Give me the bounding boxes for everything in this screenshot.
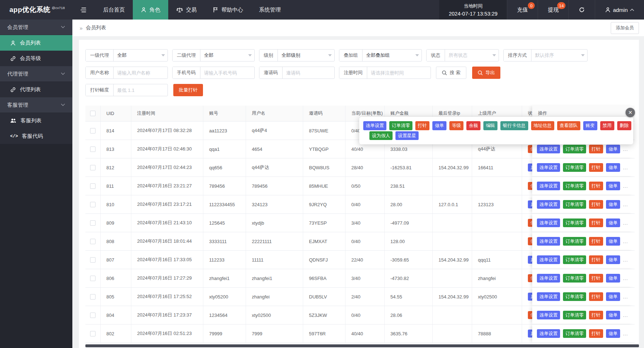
filter-agent-l2-select[interactable]: 二级代理全部 [172,49,255,61]
row-action-订单清零[interactable]: 订单清零 [563,311,586,320]
sidebar-item-member-level[interactable]: 会员等级 [0,51,72,66]
row-action-打针[interactable]: 打针 [589,329,603,338]
row-checkbox[interactable] [90,331,96,336]
search-button[interactable]: 搜 索 [436,67,466,79]
filter-sort-select[interactable]: 排序方式默认排序 [503,49,588,61]
row-checkbox[interactable] [90,183,96,189]
row-more-actions[interactable]: ... [623,257,628,263]
popup-action-地址信息[interactable]: 地址信息 [531,121,554,130]
filter-level-select[interactable]: 级别全部级别 [259,49,335,61]
filter-invite-code-input[interactable] [283,67,334,78]
row-action-订单清零[interactable]: 订单清零 [563,218,586,228]
row-more-actions[interactable]: ... [623,165,628,170]
recharge-button[interactable]: 充值 0 [507,0,538,20]
popup-action-删除[interactable]: 删除 [617,121,631,130]
filter-agent-l1-select[interactable]: 一级代理全部 [85,49,168,61]
row-action-做单[interactable]: 做单 [606,311,620,320]
row-more-actions[interactable]: ... [623,313,628,318]
filter-inject-range-input[interactable] [114,84,168,96]
popup-action-做单[interactable]: 做单 [432,121,446,130]
row-action-订单清零[interactable]: 订单清零 [563,329,586,338]
popup-action-连单设置[interactable]: 连单设置 [363,121,386,130]
sidebar-item-support-code[interactable]: </>客服代码 [0,128,72,144]
row-checkbox[interactable] [90,276,96,281]
row-action-做单[interactable]: 做单 [606,329,620,338]
row-more-actions[interactable]: ... [623,183,628,189]
row-checkbox[interactable] [90,128,96,133]
row-action-订单清零[interactable]: 订单清零 [563,292,586,301]
sidebar-item-agent-list[interactable]: 代理列表 [0,82,72,97]
row-action-连单设置[interactable]: 连单设置 [537,311,560,320]
row-action-连单设置[interactable]: 连单设置 [537,274,560,283]
row-action-做单[interactable]: 做单 [606,163,620,172]
row-action-打针[interactable]: 打针 [589,274,603,283]
row-more-actions[interactable]: ... [623,331,628,336]
row-action-订单清零[interactable]: 订单清零 [563,237,586,246]
sidebar-item-member-list[interactable]: 会员列表 [0,35,72,51]
filter-username-input[interactable] [114,67,168,78]
row-action-打针[interactable]: 打针 [589,182,603,191]
row-action-连单设置[interactable]: 连单设置 [537,163,560,172]
row-checkbox[interactable] [90,257,96,263]
row-action-打针[interactable]: 打针 [589,218,603,228]
row-checkbox[interactable] [90,294,96,300]
row-more-actions[interactable]: ... [623,294,628,300]
row-more-actions[interactable]: ... [623,276,628,281]
row-more-actions[interactable]: ... [623,147,628,152]
row-action-连单设置[interactable]: 连单设置 [537,255,560,264]
admin-menu[interactable]: admin [595,0,644,20]
row-action-连单设置[interactable]: 连单设置 [537,237,560,246]
row-action-连单设置[interactable]: 连单设置 [537,218,560,228]
row-action-连单设置[interactable]: 连单设置 [537,329,560,338]
filter-status-select[interactable]: 状态所有状态 [426,49,499,61]
row-more-actions[interactable]: ... [623,239,628,244]
popup-action-银行卡信息[interactable]: 银行卡信息 [500,121,528,130]
row-action-连单设置[interactable]: 连单设置 [537,292,560,301]
row-checkbox[interactable] [90,147,96,152]
row-action-订单清零[interactable]: 订单清零 [563,182,586,191]
nav-system[interactable]: 系统管理 [251,0,289,20]
popup-action-余额[interactable]: 余额 [466,121,480,130]
row-action-连单设置[interactable]: 连单设置 [537,182,560,191]
row-action-订单清零[interactable]: 订单清零 [563,274,586,283]
row-action-做单[interactable]: 做单 [606,237,620,246]
popup-action-查看团队[interactable]: 查看团队 [557,121,580,130]
filter-phone-input[interactable] [200,67,254,78]
row-action-做单[interactable]: 做单 [606,255,620,264]
row-action-订单清零[interactable]: 订单清零 [563,255,586,264]
row-action-打针[interactable]: 打针 [589,145,603,154]
row-action-打针[interactable]: 打针 [589,292,603,301]
row-action-打针[interactable]: 打针 [589,255,603,264]
popup-action-等级[interactable]: 等级 [449,121,463,130]
popup-action-账变[interactable]: 账变 [583,121,597,130]
nav-dashboard[interactable]: 后台首页 [95,0,133,20]
row-action-打针[interactable]: 打针 [589,200,603,209]
row-action-打针[interactable]: 打针 [589,311,603,320]
select-all-checkbox[interactable] [90,111,96,116]
row-action-打针[interactable]: 打针 [589,237,603,246]
popup-action-设置星星[interactable]: 设置星星 [395,131,419,140]
filter-stack-group-select[interactable]: 叠加组全部叠加组 [339,49,422,61]
row-action-做单[interactable]: 做单 [606,218,620,228]
row-checkbox[interactable] [90,239,96,244]
row-action-做单[interactable]: 做单 [606,274,620,283]
horizontal-scrollbar[interactable] [85,344,639,347]
add-member-button[interactable]: 添加会员 [611,22,639,34]
popup-action-禁用[interactable]: 禁用 [600,121,614,130]
row-checkbox[interactable] [90,202,96,207]
popup-close-button[interactable]: ✕ [626,108,635,117]
row-action-做单[interactable]: 做单 [606,145,620,154]
sidebar-group-agents[interactable]: 代理管理 [0,66,72,82]
popup-action-打针[interactable]: 打针 [415,121,429,130]
row-action-订单清零[interactable]: 订单清零 [563,163,586,172]
popup-action-订单清零[interactable]: 订单清零 [389,121,412,130]
withdraw-button[interactable]: 提现 14 [538,0,568,20]
row-action-连单设置[interactable]: 连单设置 [537,145,560,154]
filter-reg-time-input[interactable] [367,67,431,78]
sidebar-group-members[interactable]: 会员管理 [0,20,72,35]
sidebar-item-support-list[interactable]: 客服列表 [0,113,72,128]
row-more-actions[interactable]: ... [623,220,628,226]
menu-toggle-button[interactable] [72,0,95,20]
nav-help-center[interactable]: 帮助中心 [205,0,251,20]
nav-trade[interactable]: 交易 [168,0,205,20]
